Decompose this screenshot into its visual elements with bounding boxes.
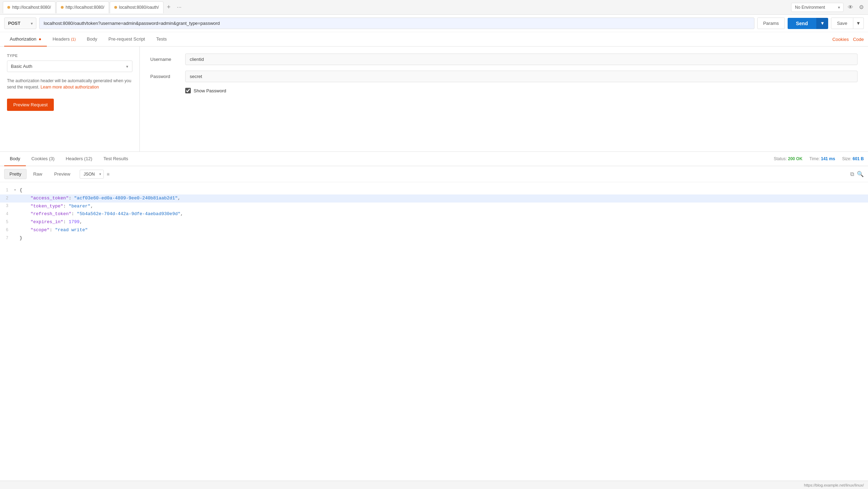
json-brace-open: {: [20, 187, 22, 194]
auth-panel: TYPE Basic Auth Bearer Token No Auth OAu…: [0, 47, 868, 151]
resp-tab-test-results-label: Test Results: [103, 156, 128, 161]
json-brace-close: }: [20, 235, 22, 242]
format-select-wrapper: JSON XML Text ▼: [80, 170, 104, 179]
line-number-1: 1: [0, 187, 14, 194]
copy-button[interactable]: ⧉: [850, 171, 854, 177]
req-tab-actions: Cookies Code: [832, 37, 864, 42]
show-password-checkbox[interactable]: [185, 88, 191, 93]
send-button[interactable]: Send: [788, 18, 816, 29]
browser-tab-3-label: localhost:8080/oauth/: [119, 5, 159, 10]
env-select[interactable]: No Environment: [791, 3, 844, 12]
username-input[interactable]: [185, 54, 858, 65]
size-label: Size: 601 B: [842, 156, 864, 161]
line-number-6: 6: [0, 227, 14, 234]
view-tab-raw[interactable]: Raw: [28, 169, 48, 179]
size-value: 601 B: [853, 156, 864, 161]
preview-request-button[interactable]: Preview Request: [7, 99, 54, 111]
send-dropdown-button[interactable]: ▼: [816, 18, 828, 29]
tab-authorization-dot: ●: [39, 36, 42, 42]
view-tab-raw-label: Raw: [33, 171, 42, 177]
settings-icon-button[interactable]: ⚙: [858, 2, 865, 12]
browser-tab-1-label: http://localhost:8080/: [12, 5, 51, 10]
tab-body-label: Body: [87, 36, 97, 42]
tab-dot-1: [7, 6, 10, 9]
tab-body[interactable]: Body: [81, 32, 103, 47]
save-button-group: Save ▼: [831, 17, 864, 29]
cookies-link[interactable]: Cookies: [832, 37, 849, 42]
browser-tab-3[interactable]: localhost:8080/oauth/: [110, 1, 164, 13]
line-number-5: 5: [0, 219, 14, 226]
params-button[interactable]: Params: [757, 17, 785, 29]
resp-tab-test-results[interactable]: Test Results: [98, 152, 134, 166]
username-field-row: Username: [150, 54, 858, 65]
filter-icon[interactable]: ≡: [107, 171, 109, 177]
browser-tab-2[interactable]: http://localhost:8080/: [56, 1, 109, 13]
time-value: 141 ms: [821, 156, 835, 161]
password-input[interactable]: [185, 71, 858, 82]
resp-tab-cookies-badge: (3): [49, 156, 55, 161]
type-select[interactable]: Basic Auth Bearer Token No Auth OAuth 2.…: [7, 61, 132, 72]
env-area: No Environment ▼ 👁 ⚙: [791, 2, 865, 12]
tab-tests[interactable]: Tests: [151, 32, 172, 47]
method-wrapper: POST GET PUT DELETE ▼: [4, 17, 36, 29]
search-button[interactable]: 🔍: [857, 171, 864, 177]
line-number-7: 7: [0, 235, 14, 242]
show-password-row: Show Password: [185, 88, 858, 93]
view-tab-pretty[interactable]: Pretty: [4, 169, 27, 179]
body-actions: ⧉ 🔍: [850, 171, 864, 177]
json-line-2-content: "access_token": "acf03e60-ed0a-4809-9ee0…: [20, 195, 180, 202]
tab-headers-badge: (1): [71, 37, 75, 41]
save-button[interactable]: Save: [831, 17, 853, 29]
status-label: Status: 200 OK: [774, 156, 802, 161]
line-number-2: 2: [0, 195, 14, 202]
auth-left-panel: TYPE Basic Auth Bearer Token No Auth OAu…: [0, 47, 140, 151]
response-tabs-bar: Body Cookies (3) Headers (12) Test Resul…: [0, 152, 868, 166]
view-tab-pretty-label: Pretty: [9, 171, 21, 177]
username-label: Username: [150, 57, 185, 62]
resp-tab-body-label: Body: [10, 156, 20, 161]
resp-tab-headers-label: Headers: [66, 156, 84, 161]
resp-tab-headers[interactable]: Headers (12): [60, 152, 98, 166]
format-select[interactable]: JSON XML Text: [80, 170, 104, 179]
json-line-6: 6 "scope": "read write": [0, 226, 868, 234]
line-arrow-1[interactable]: ▾: [14, 187, 20, 193]
learn-more-link[interactable]: Learn more about authorization: [41, 85, 99, 90]
line-number-4: 4: [0, 211, 14, 218]
tab-tests-label: Tests: [156, 36, 167, 42]
view-tab-preview[interactable]: Preview: [49, 169, 75, 179]
body-view-bar: Pretty Raw Preview JSON XML Text ▼ ≡ ⧉ 🔍: [0, 166, 868, 182]
add-tab-button[interactable]: +: [164, 2, 174, 12]
json-line-3-content: "token_type": "bearer",: [20, 203, 93, 210]
auth-right-panel: Username Password Show Password: [140, 47, 868, 151]
resp-tab-cookies-label: Cookies: [31, 156, 49, 161]
resp-tab-body[interactable]: Body: [4, 152, 26, 166]
browser-tab-bar: http://localhost:8080/ http://localhost:…: [0, 0, 868, 15]
json-response-area: 1 ▾ { 2 "access_token": "acf03e60-ed0a-4…: [0, 182, 868, 252]
eye-icon-button[interactable]: 👁: [846, 3, 855, 12]
save-dropdown-button[interactable]: ▼: [853, 17, 864, 29]
resp-tab-headers-badge: (12): [84, 156, 92, 161]
type-select-wrapper: Basic Auth Bearer Token No Auth OAuth 2.…: [7, 61, 132, 72]
request-tabs: Authorization ● Headers (1) Body Pre-req…: [0, 32, 868, 47]
url-bar: POST GET PUT DELETE ▼ Params Send ▼ Save…: [0, 15, 868, 32]
time-label: Time: 141 ms: [809, 156, 835, 161]
url-input[interactable]: [39, 17, 754, 29]
password-label: Password: [150, 74, 185, 79]
tab-authorization-label: Authorization: [10, 36, 36, 42]
json-line-4: 4 "refresh_token": "5b4a562e-704d-442a-9…: [0, 210, 868, 218]
tab-pre-request-label: Pre-request Script: [108, 36, 145, 42]
more-tabs-button[interactable]: ···: [174, 3, 184, 12]
json-line-2: 2 "access_token": "acf03e60-ed0a-4809-9e…: [0, 194, 868, 203]
code-link[interactable]: Code: [853, 37, 864, 42]
resp-tab-cookies[interactable]: Cookies (3): [26, 152, 60, 166]
view-tab-preview-label: Preview: [54, 171, 70, 177]
tab-dot-3: [114, 6, 117, 9]
tab-headers[interactable]: Headers (1): [47, 32, 81, 47]
method-select[interactable]: POST GET PUT DELETE: [4, 17, 36, 29]
auth-description: The authorization header will be automat…: [7, 78, 132, 90]
status-value: 200 OK: [788, 156, 802, 161]
json-line-4-content: "refresh_token": "5b4a562e-704d-442a-9df…: [20, 211, 183, 218]
tab-authorization[interactable]: Authorization ●: [4, 32, 47, 47]
tab-pre-request[interactable]: Pre-request Script: [103, 32, 151, 47]
browser-tab-1[interactable]: http://localhost:8080/: [3, 1, 56, 13]
